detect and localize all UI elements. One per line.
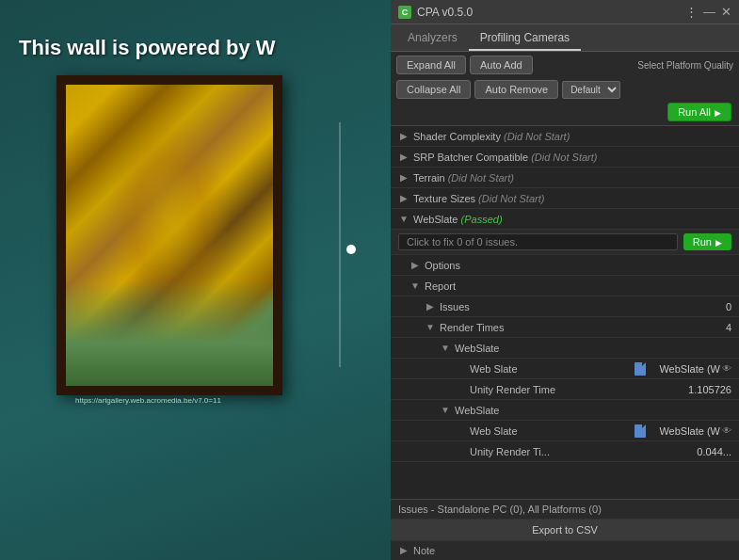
list-item-options[interactable]: Options: [391, 255, 739, 276]
list-item-web-slate1[interactable]: Web Slate WebSlate (W 👁: [391, 359, 739, 379]
toolbar: Expand All Auto Add Select Platform Qual…: [391, 52, 739, 126]
painting-frame: [56, 75, 282, 395]
item-label: Options: [425, 260, 731, 271]
platform-quality-label: Select Platform Quality: [637, 60, 733, 71]
render-times-value: 4: [713, 322, 731, 333]
expand-all-button[interactable]: Expand All: [396, 56, 466, 74]
item-label: WebSlate: [455, 343, 731, 354]
web-slate-value2: WebSlate (W: [659, 425, 720, 437]
menu-icon[interactable]: ⋮: [685, 5, 698, 19]
painting-artwork: [66, 85, 273, 386]
tab-bar: Analyzers Profiling Cameras: [391, 24, 739, 52]
auto-remove-button[interactable]: Auto Remove: [474, 80, 558, 99]
expand-icon: [398, 193, 410, 204]
item-label: WebSlate: [455, 405, 731, 416]
issues-text: Issues - Standalone PC (0), All Platform…: [398, 504, 602, 515]
unity-render-time-value1: 1.105726: [688, 384, 731, 395]
cpa-icon: C: [398, 6, 411, 19]
expand-icon: [398, 152, 410, 163]
collapse-icon: [440, 405, 451, 416]
issues-value: 0: [713, 301, 731, 312]
auto-add-button[interactable]: Auto Add: [470, 56, 533, 74]
close-button[interactable]: ✕: [721, 5, 731, 19]
eye-icon[interactable]: 👁: [722, 363, 731, 374]
expand-icon: [398, 131, 410, 142]
list-item-report[interactable]: Report: [391, 276, 739, 296]
panel-title: CPA v0.5.0: [417, 6, 685, 19]
list-item[interactable]: Terrain (Did Not Start): [391, 168, 739, 188]
platform-select[interactable]: Default: [562, 81, 620, 99]
item-label: Unity Render Time: [470, 384, 681, 395]
collapse-icon: [425, 322, 436, 333]
item-label: Terrain (Did Not Start): [413, 172, 731, 184]
run-play-icon: [715, 236, 722, 248]
list-item[interactable]: Texture Sizes (Did Not Start): [391, 188, 739, 209]
list-item[interactable]: SRP Batcher Compatible (Did Not Start): [391, 147, 739, 168]
title-bar: C CPA v0.5.0 ⋮ — ✕: [391, 0, 739, 24]
cpa-panel: C CPA v0.5.0 ⋮ — ✕ Analyzers Profiling C…: [391, 0, 739, 560]
vertical-line: [339, 122, 341, 367]
fix-text: Click to fix 0 of 0 issues.: [398, 233, 678, 250]
dot-marker: [346, 245, 356, 254]
bottom-bar: Issues - Standalone PC (0), All Platform…: [391, 499, 739, 560]
list-item-unity-render-time2[interactable]: Unity Render Ti... 0.044...: [391, 441, 739, 462]
item-label: Unity Render Ti...: [470, 446, 689, 457]
run-button[interactable]: Run: [683, 233, 731, 250]
list-item-webslate[interactable]: WebSlate (Passed): [391, 209, 739, 230]
list-item-webslate-group2[interactable]: WebSlate: [391, 400, 739, 421]
expand-icon: [398, 545, 410, 556]
expand-icon: [398, 172, 410, 184]
collapse-icon: [398, 214, 410, 225]
fix-button-row: Click to fix 0 of 0 issues. Run: [391, 230, 739, 255]
run-all-play-icon: [715, 106, 721, 118]
item-label: Web Slate: [470, 363, 631, 375]
collapse-icon: [410, 280, 421, 292]
web-slate-value1: WebSlate (W: [659, 363, 720, 375]
list-item-web-slate2[interactable]: Web Slate WebSlate (W 👁: [391, 421, 739, 441]
item-label: Texture Sizes (Did Not Start): [413, 193, 731, 204]
eye-icon[interactable]: 👁: [722, 425, 731, 436]
item-label: Web Slate: [470, 425, 631, 437]
list-item-webslate-group1[interactable]: WebSlate: [391, 338, 739, 359]
game-viewport: This wall is powered by W https://artgal…: [0, 0, 391, 560]
minimize-button[interactable]: —: [703, 5, 715, 19]
item-label: WebSlate (Passed): [413, 214, 731, 225]
file-icon: [635, 424, 646, 438]
list-item-issues[interactable]: Issues 0: [391, 296, 739, 317]
item-label: Report: [425, 280, 731, 292]
viewport-text: This wall is powered by W: [19, 36, 276, 60]
tab-analyzers[interactable]: Analyzers: [396, 26, 469, 51]
title-controls: ⋮ — ✕: [685, 5, 731, 19]
collapse-all-button[interactable]: Collapse All: [396, 80, 471, 99]
export-button[interactable]: Export to CSV: [391, 520, 739, 541]
file-icon: [635, 362, 646, 376]
collapse-icon: [440, 343, 451, 354]
item-label: SRP Batcher Compatible (Did Not Start): [413, 152, 731, 163]
unity-render-time-value2: 0.044...: [697, 446, 731, 457]
list-item[interactable]: Shader Complexity (Did Not Start): [391, 126, 739, 147]
expand-icon: [410, 260, 421, 271]
expand-icon: [425, 301, 436, 312]
note-label: Note: [413, 545, 435, 556]
item-label: Shader Complexity (Did Not Start): [413, 131, 731, 142]
url-text: https://artgallery.web.acromedia.be/v7.0…: [75, 396, 221, 405]
list-item-unity-render-time1[interactable]: Unity Render Time 1.105726: [391, 379, 739, 400]
analyzer-list[interactable]: Shader Complexity (Did Not Start) SRP Ba…: [391, 126, 739, 499]
issues-bar: Issues - Standalone PC (0), All Platform…: [391, 500, 739, 520]
item-label: Issues: [440, 301, 705, 312]
tab-profiling-cameras[interactable]: Profiling Cameras: [469, 26, 581, 51]
item-label: Render Times: [440, 322, 705, 333]
note-row[interactable]: Note: [391, 541, 739, 560]
run-all-button[interactable]: Run All: [667, 103, 731, 121]
list-item-render-times[interactable]: Render Times 4: [391, 317, 739, 338]
